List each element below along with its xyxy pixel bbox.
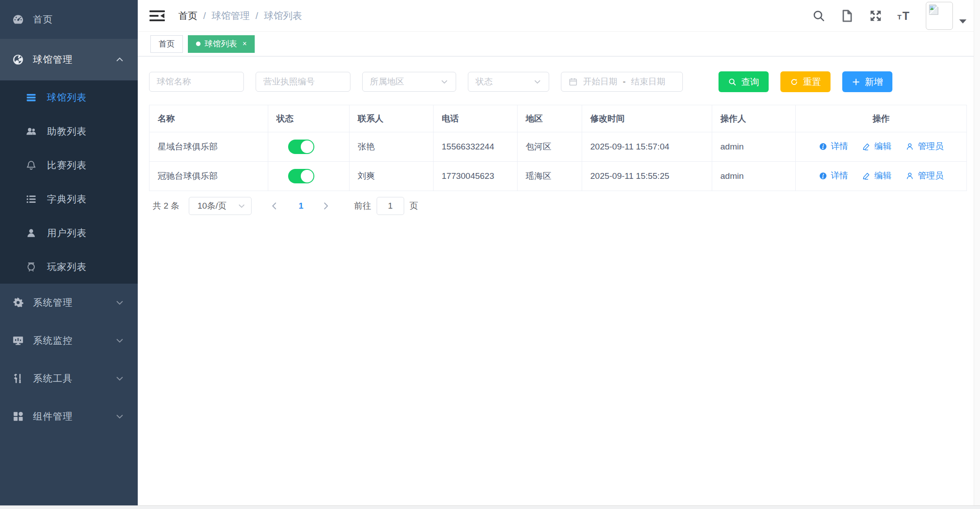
prev-page-icon[interactable] [270, 201, 280, 211]
pagination-total: 共 2 条 [153, 200, 179, 212]
breadcrumb: 首页 / 球馆管理 / 球馆列表 [178, 9, 302, 22]
sidebar-item-system-monitor[interactable]: 系统监控 [0, 322, 138, 360]
cell-venue-name: 冠驰台球俱乐部 [149, 162, 268, 191]
region-select[interactable]: 所属地区 [362, 72, 456, 92]
region-select-placeholder: 所属地区 [370, 76, 404, 88]
sidebar-item-label: 系统监控 [33, 334, 115, 347]
sidebar-item-match-list[interactable]: 比赛列表 [0, 148, 138, 182]
search-button[interactable]: 查询 [719, 71, 769, 92]
col-header-district: 地区 [518, 105, 582, 132]
breadcrumb-venue-management[interactable]: 球馆管理 [212, 9, 250, 22]
detail-link-label: 详情 [831, 170, 848, 182]
sidebar-item-venue-management[interactable]: 球馆管理 [0, 39, 138, 80]
scrollbar-track[interactable] [974, 0, 980, 505]
navbar-actions: T T [812, 2, 966, 30]
app-window: 首页 球馆管理 球馆列表 助教列表 [0, 0, 980, 505]
cell-status [268, 132, 350, 162]
tab-venue-list[interactable]: 球馆列表 × [188, 35, 255, 53]
date-range-picker[interactable]: 开始日期 - 结束日期 [561, 72, 683, 92]
fullscreen-icon[interactable] [869, 9, 882, 23]
chevron-down-icon [115, 374, 124, 383]
caret-down-icon [959, 19, 966, 23]
tools-icon [12, 373, 24, 384]
sidebar-item-system-management[interactable]: 系统管理 [0, 284, 138, 322]
svg-text:T: T [897, 13, 901, 20]
chevron-down-icon [238, 202, 246, 210]
status-select-placeholder: 状态 [476, 76, 493, 88]
cell-actions: 详情 编辑 管理员 [796, 162, 967, 191]
list-icon [25, 92, 37, 103]
search-icon[interactable] [812, 9, 826, 23]
sidebar-item-dict-list[interactable]: 字典列表 [0, 182, 138, 216]
breadcrumb-separator: / [256, 10, 258, 21]
goto-page-input[interactable] [377, 197, 404, 215]
breadcrumb-home[interactable]: 首页 [178, 9, 197, 22]
col-header-modified: 修改时间 [582, 105, 712, 132]
sidebar: 首页 球馆管理 球馆列表 助教列表 [0, 0, 138, 505]
tab-label: 首页 [159, 38, 175, 49]
venues-table: 名称 状态 联系人 电话 地区 修改时间 操作人 操作 星域台球俱乐部 张艳 [149, 105, 967, 191]
cell-operator: admin [712, 132, 796, 162]
reset-button[interactable]: 重置 [780, 71, 831, 92]
goto-label: 前往 [354, 200, 371, 212]
sidebar-item-label: 玩家列表 [47, 261, 124, 273]
edit-link[interactable]: 编辑 [862, 140, 891, 152]
venue-name-input[interactable] [157, 77, 236, 87]
tab-close-icon[interactable]: × [243, 40, 247, 47]
sidebar-submenu: 球馆列表 助教列表 比赛列表 字典列表 [0, 80, 138, 284]
avatar [926, 2, 953, 30]
add-button[interactable]: 新增 [842, 71, 892, 92]
sidebar-item-assistant-list[interactable]: 助教列表 [0, 114, 138, 148]
table-row: 冠驰台球俱乐部 刘爽 17730045623 瑶海区 2025-09-11 15… [149, 162, 967, 191]
detail-link-label: 详情 [831, 140, 848, 152]
edit-link-label: 编辑 [874, 170, 891, 182]
license-number-input[interactable] [263, 77, 343, 87]
col-header-operator: 操作人 [712, 105, 796, 132]
sidebar-item-user-list[interactable]: 用户列表 [0, 216, 138, 250]
sidebar-item-player-list[interactable]: 玩家列表 [0, 250, 138, 284]
detail-link[interactable]: 详情 [819, 140, 848, 152]
sidebar-item-label: 系统管理 [33, 296, 115, 309]
edit-link-label: 编辑 [874, 140, 891, 152]
page-number-1[interactable]: 1 [299, 201, 303, 211]
user-avatar-dropdown[interactable] [926, 2, 966, 30]
chevron-down-icon [115, 412, 124, 421]
globe-icon [12, 54, 24, 65]
bottom-edge [0, 505, 980, 509]
detail-link[interactable]: 详情 [819, 170, 848, 182]
table-header-row: 名称 状态 联系人 电话 地区 修改时间 操作人 操作 [149, 105, 967, 132]
sidebar-item-component-management[interactable]: 组件管理 [0, 397, 138, 435]
col-header-contact: 联系人 [350, 105, 434, 132]
sidebar-item-label: 助教列表 [47, 125, 124, 138]
tab-home[interactable]: 首页 [150, 35, 183, 53]
sidebar-item-label: 比赛列表 [47, 159, 124, 172]
docs-icon[interactable] [840, 9, 854, 23]
sidebar-fold-icon[interactable] [149, 9, 165, 22]
status-toggle[interactable] [288, 140, 314, 154]
sidebar-item-home[interactable]: 首页 [0, 0, 138, 39]
chevron-up-icon [115, 55, 124, 64]
font-size-icon[interactable]: T T [897, 9, 911, 23]
sidebar-item-system-tools[interactable]: 系统工具 [0, 360, 138, 397]
cell-operator: admin [712, 162, 796, 191]
admin-link[interactable]: 管理员 [905, 140, 943, 152]
sidebar-item-label: 系统工具 [33, 372, 115, 385]
dashboard-icon [12, 14, 24, 25]
next-page-icon[interactable] [321, 201, 331, 211]
col-header-status: 状态 [268, 105, 350, 132]
status-toggle[interactable] [288, 169, 314, 183]
admin-link-label: 管理员 [918, 140, 943, 152]
cell-venue-name: 星域台球俱乐部 [149, 132, 268, 162]
col-header-actions: 操作 [796, 105, 967, 132]
admin-link[interactable]: 管理员 [905, 170, 943, 182]
cell-district: 包河区 [518, 132, 582, 162]
sidebar-item-label: 字典列表 [47, 193, 124, 205]
sidebar-item-venue-list[interactable]: 球馆列表 [0, 80, 138, 114]
edit-link[interactable]: 编辑 [862, 170, 891, 182]
chevron-down-icon [115, 298, 124, 307]
status-select[interactable]: 状态 [468, 72, 549, 92]
tags-view: 首页 球馆列表 × [138, 32, 980, 56]
filter-bar: 所属地区 状态 开始日期 - 结束日期 [149, 71, 966, 92]
page-size-select[interactable]: 10条/页 [189, 197, 252, 215]
date-range-separator: - [623, 77, 625, 87]
